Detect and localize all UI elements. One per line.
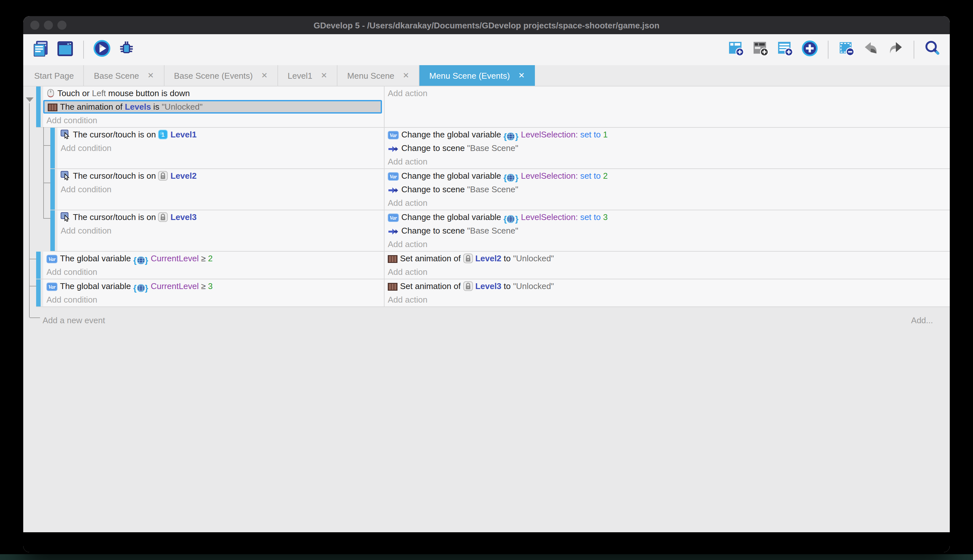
condition-text: The cursor/touch is on [73,130,158,139]
action-text: "Base Scene" [467,226,518,235]
svg-text:Var: Var [390,133,397,138]
actions-column: Add action [385,87,950,127]
debug-button[interactable] [117,40,136,59]
close-tab-icon[interactable]: ✕ [403,71,409,80]
event-block[interactable]: VarThe global variable {}CurrentLevel ≥ … [36,279,950,307]
zoom-button[interactable] [57,21,67,30]
add-condition-button[interactable]: Add condition [57,224,384,237]
action-text: Change to scene [402,143,467,153]
event-drag-handle [36,252,41,279]
sub-event-block[interactable]: The cursor/touch is on Level3Add conditi… [50,210,950,252]
close-tab-icon[interactable]: ✕ [321,71,327,80]
condition-text: Level2 [170,171,197,181]
project-manager-button[interactable] [31,40,50,59]
delete-event-button[interactable] [837,40,856,59]
add-condition-button[interactable]: Add condition [43,113,384,127]
close-tab-icon[interactable]: ✕ [518,71,525,80]
action-row[interactable]: VarChange the global variable {}LevelSel… [385,128,950,141]
tab-base-scene[interactable]: Base Scene✕ [84,65,164,86]
condition-text: The cursor/touch is on [73,212,158,222]
search-button[interactable] [923,40,942,59]
condition-row[interactable]: The cursor/touch is on Level3 [57,210,384,224]
action-row[interactable]: Set animation of Level3 to "Unlocked" [385,279,950,293]
undo-button[interactable] [861,40,881,59]
conditions-column: Touch or Left mouse button is downThe an… [43,87,385,127]
tree-branch [30,259,36,259]
global-var-icon: {} [133,281,148,293]
window-bottom-bar [23,532,950,552]
condition-row[interactable]: VarThe global variable {}CurrentLevel ≥ … [43,279,384,293]
add-condition-button[interactable]: Add condition [43,293,384,307]
var-icon: Var [388,171,399,183]
add-comment-button[interactable] [776,40,795,59]
event-drag-handle [50,128,55,168]
redo-button[interactable] [886,40,905,59]
add-condition-button[interactable]: Add condition [57,183,384,196]
toolbar-left-group [31,40,136,59]
action-row[interactable]: Set animation of Level2 to "Unlocked" [385,252,950,265]
action-text: : [576,212,580,222]
add-action-button[interactable]: Add action [385,196,950,210]
tab-base-scene-events[interactable]: Base Scene (Events)✕ [164,65,278,86]
condition-row[interactable]: The cursor/touch is on 1Level1 [57,128,384,141]
add-condition-button[interactable]: Add condition [43,265,384,279]
condition-row[interactable]: The animation of Levels is "Unlocked" [43,100,382,113]
condition-text: ≥ [199,281,208,291]
tree-branch [30,317,40,318]
add-circle-button[interactable] [800,40,820,59]
events-footer: Add a new event Add... [43,313,950,327]
tab-start-page[interactable]: Start Page [25,65,84,86]
add-action-button[interactable]: Add action [385,87,950,100]
add-subevent-button[interactable] [751,40,770,59]
condition-row[interactable]: The cursor/touch is on Level2 [57,169,384,183]
condition-text: ≥ [199,253,208,263]
add-event-button[interactable] [726,40,746,59]
action-row[interactable]: Change to scene "Base Scene" [385,183,950,196]
globe-icon [507,173,515,183]
condition-text: CurrentLevel [151,253,199,263]
condition-row[interactable]: VarThe global variable {}CurrentLevel ≥ … [43,252,384,265]
tab-menu-scene[interactable]: Menu Scene✕ [337,65,420,86]
close-tab-icon[interactable]: ✕ [147,71,154,80]
add-action-button[interactable]: Add action [385,265,950,279]
event-block[interactable]: VarThe global variable {}CurrentLevel ≥ … [36,252,950,279]
actions-column: VarChange the global variable {}LevelSel… [385,128,950,168]
action-row[interactable]: VarChange the global variable {}LevelSel… [385,169,950,183]
sub-event-block[interactable]: The cursor/touch is on 1Level1Add condit… [50,128,950,169]
close-button[interactable] [30,21,39,30]
action-text: LevelSelection [521,171,576,181]
main-toolbar [23,34,950,65]
action-row[interactable]: Change to scene "Base Scene" [385,224,950,237]
minimize-button[interactable] [44,21,53,30]
sub-event-block[interactable]: The cursor/touch is on Level2Add conditi… [50,169,950,210]
action-text: Change the global variable [402,212,503,222]
scene-editor-button[interactable] [55,40,75,59]
action-row[interactable]: Change to scene "Base Scene" [385,141,950,155]
tab-level1[interactable]: Level1✕ [278,65,338,86]
add-action-button[interactable]: Add action [385,293,950,307]
add-action-button[interactable]: Add action [385,237,950,251]
add-action-button[interactable]: Add action [385,155,950,168]
add-new-event-button[interactable]: Add a new event [43,315,105,325]
play-button[interactable] [92,40,112,59]
condition-text: mouse button is down [106,88,190,98]
var-icon: Var [47,253,57,265]
toolbar-separator [914,41,914,59]
tab-menu-scene-events[interactable]: Menu Scene (Events)✕ [420,65,535,86]
toolbar-separator [828,41,828,59]
lock-icon [158,212,168,224]
actions-column: Set animation of Level2 to "Unlocked"Add… [385,252,950,279]
globe-icon [137,255,145,265]
tree-branch [43,145,50,146]
action-text: 3 [603,212,608,222]
add-condition-button[interactable]: Add condition [57,141,384,155]
add-more-button[interactable]: Add... [911,313,933,327]
action-row[interactable]: VarChange the global variable {}LevelSel… [385,210,950,224]
event-block[interactable]: Touch or Left mouse button is downThe an… [36,87,950,128]
condition-row[interactable]: Touch or Left mouse button is down [43,87,384,100]
collapse-event-arrow-icon[interactable] [26,97,33,102]
mouse-icon [47,88,55,100]
cursor-icon [61,130,70,141]
close-tab-icon[interactable]: ✕ [261,71,267,80]
tab-label: Menu Scene [347,71,394,80]
